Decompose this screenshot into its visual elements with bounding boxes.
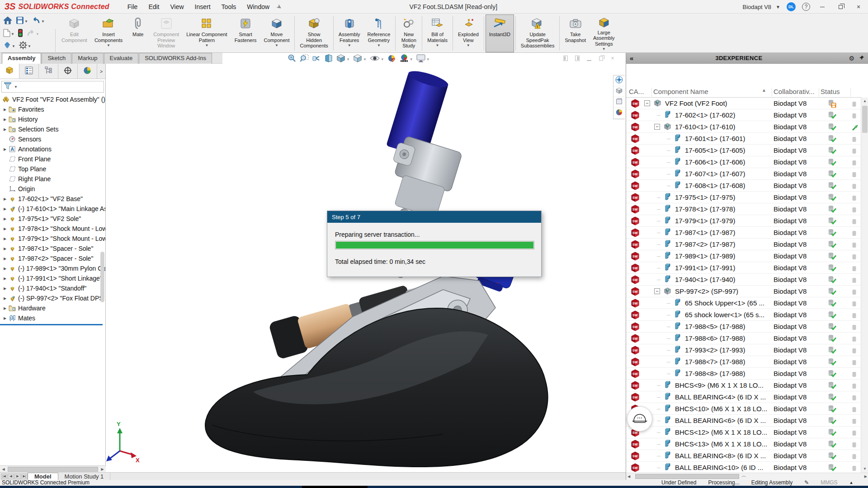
expand-arrow-icon[interactable]: ▶ [2,227,8,231]
menu-window[interactable]: Window [241,1,275,13]
tree-horizontal-scrollbar[interactable]: ◀ ▶ [0,465,106,472]
component-row[interactable]: SWBHCS<13> (M6 X 1 X 18 LO...Biodapt V8 [626,438,861,450]
scroll-left-icon[interactable]: ◀ [627,474,630,479]
units-label[interactable]: MMGS [821,479,837,486]
dropdown-caret-icon[interactable]: ▼ [12,44,15,48]
tree-item[interactable]: ▶17-602<1> "VF2 Base" [0,194,105,204]
insert-components-button[interactable]: InsertComponents▼ [91,14,126,52]
collapse-expander[interactable]: − [654,124,660,130]
dropdown-caret-icon[interactable]: ▼ [205,43,208,47]
dropdown-caret-icon[interactable]: ▼ [377,43,381,47]
scroll-right-icon[interactable]: ▶ [864,474,867,479]
tree-item[interactable]: ▶Selection Sets [0,124,105,134]
tree-item[interactable]: ▶(-) 17-940<1> "Standoff" [0,283,105,293]
component-row[interactable]: SW17-608<1> (17-608)Biodapt V8 [626,180,861,192]
dropdown-caret-icon[interactable]: ▼ [436,43,439,47]
options-gear-button[interactable]: ▼ [19,41,32,52]
prev-tab-icon[interactable]: ◀ [8,474,14,479]
doc-minimize-icon[interactable] [585,55,593,62]
dropdown-caret-icon[interactable]: ▼ [426,57,430,61]
component-row[interactable]: SW65 shock lower<1> (65 s...Biodapt V8 [626,309,861,321]
expand-arrow-icon[interactable]: ▶ [2,277,8,281]
component-row[interactable]: SW17-979<1> (17-979)Biodapt V8 [626,215,861,227]
menu-view[interactable]: View [165,1,189,13]
tab-assembly[interactable]: Assembly [2,53,41,64]
component-row[interactable]: SW17-988<6> (17-988)Biodapt V8 [626,333,861,344]
dropdown-caret-icon[interactable]: ▼ [28,44,31,48]
tab-solidworks-add-ins[interactable]: SOLIDWORKS Add-Ins [139,53,212,64]
zoom-fit-button[interactable] [288,54,297,65]
sphere-tab[interactable] [613,108,625,119]
tree-item[interactable]: ▶17-978<1> "Shock Mount - Lower [0,224,105,234]
component-row[interactable]: SW−VF2 Foot (VF2 Foot)Biodapt V8 [626,98,861,109]
dropdown-caret-icon[interactable]: ▼ [346,57,350,61]
component-row[interactable]: SW17-607<1> (17-607)Biodapt V8 [626,168,861,180]
section-view-button[interactable] [324,54,333,65]
tree-item[interactable]: ▶(-) 17-610<1> "Main Linkage Asse [0,204,105,214]
component-row[interactable]: SW17-601<1> (17-601)Biodapt V8 [626,133,861,145]
dropdown-caret-icon[interactable]: ▼ [381,57,384,61]
rollback-bar[interactable] [0,324,103,325]
component-row[interactable]: SW17-602<1> (17-602)Biodapt V8 [626,109,861,121]
tab-evaluate[interactable]: Evaluate [104,53,139,64]
menu-insert[interactable]: Insert [189,1,216,13]
dropdown-caret-icon[interactable]: ▼ [275,43,278,47]
help-button[interactable]: ? [802,3,810,11]
scrollbar-thumb[interactable] [8,467,98,472]
panel-horizontal-scrollbar[interactable]: ◀ ︿ ▶ [626,473,868,480]
expand-arrow-icon[interactable]: ▶ [2,108,8,112]
component-row[interactable]: SW17-988<8> (17-988)Biodapt V8 [626,368,861,380]
dropdown-caret-icon[interactable]: ▼ [363,57,367,61]
tree-item[interactable]: ▶17-987<1> "Spacer - Sole" [0,244,105,253]
dropdown-caret-icon[interactable]: ▼ [107,43,110,47]
take-snapshot-button[interactable]: TakeSnapshot [561,14,589,52]
scrollbar-thumb[interactable] [862,106,868,133]
apply-scene-button[interactable]: ▼ [400,54,413,65]
filter-caret-icon[interactable]: ▼ [14,85,18,89]
dock-right-icon[interactable] [574,55,581,62]
menu-file[interactable]: File [122,1,143,13]
expand-arrow-icon[interactable]: ▶ [2,267,8,271]
column-header-3[interactable]: Status [821,88,840,95]
compass-tab[interactable] [613,75,625,86]
view-orientation-button[interactable]: ▼ [336,54,350,65]
tab-motion-study-1[interactable]: Motion Study 1 [58,473,111,480]
rebuild-button[interactable] [18,28,23,39]
tree-tab-propertymanager[interactable] [19,64,39,79]
panel-pin-icon[interactable] [859,55,864,62]
assistant-button[interactable] [627,406,652,432]
component-row[interactable]: SW−17-610<1> (17-610)Biodapt V8 [626,121,861,133]
collapse-expander[interactable]: − [654,288,660,294]
component-row[interactable]: SWBHCS<12> (M6 X 1 X 18 LO...Biodapt V8 [626,427,861,438]
menu-pin-icon[interactable]: ➤ [275,2,284,11]
component-row[interactable]: SW17-978<1> (17-978)Biodapt V8 [626,203,861,215]
expand-arrow-icon[interactable]: ▶ [2,296,8,300]
tab-markup[interactable]: Markup [72,53,103,64]
tree-tabs-more-button[interactable]: > [97,64,105,79]
column-header-0[interactable]: CA... [629,88,644,95]
undo-button[interactable]: ▼ [31,16,45,26]
mate-button[interactable]: Mate [126,14,150,52]
last-tab-icon[interactable]: ▶| [21,474,28,479]
expand-arrow-icon[interactable]: ▶ [2,147,8,151]
minimize-button[interactable] [816,3,828,11]
component-row[interactable]: SW17-988<7> (17-988)Biodapt V8 [626,356,861,368]
large-assembly-settings-button[interactable]: LargeAssemblySettings▼ [590,14,618,52]
reference-geometry-button[interactable]: ReferenceGeometry▼ [364,14,394,52]
scroll-up-icon[interactable]: ▲ [861,98,868,105]
component-row[interactable]: SWBALL BEARING<6> (6 ID X ...Biodapt V8 [626,415,861,427]
expand-arrow-icon[interactable]: ▶ [2,217,8,221]
component-row[interactable]: SW17-987<1> (17-987)Biodapt V8 [626,227,861,239]
bill-of-materials-button[interactable]: Bill ofMaterials▼ [424,14,451,52]
dropdown-caret-icon[interactable]: ▼ [41,19,45,23]
panel-gear-icon[interactable]: ⚙ [849,55,854,62]
instant3d-button[interactable]: Instant3D [486,14,514,52]
dropdown-caret-icon[interactable]: ▼ [467,43,470,47]
first-tab-icon[interactable]: |◀ [1,474,7,479]
move-component-button[interactable]: MoveComponent▼ [260,14,293,52]
component-row[interactable]: SW17-605<1> (17-605)Biodapt V8 [626,145,861,156]
expand-arrow-icon[interactable]: ▶ [2,237,8,241]
assembly-features-button[interactable]: AssemblyFeatures▼ [335,14,364,52]
tree-item[interactable]: ▶17-987<2> "Spacer - Sole" [0,253,105,263]
component-row[interactable]: SW17-991<1> (17-991)Biodapt V8 [626,262,861,274]
